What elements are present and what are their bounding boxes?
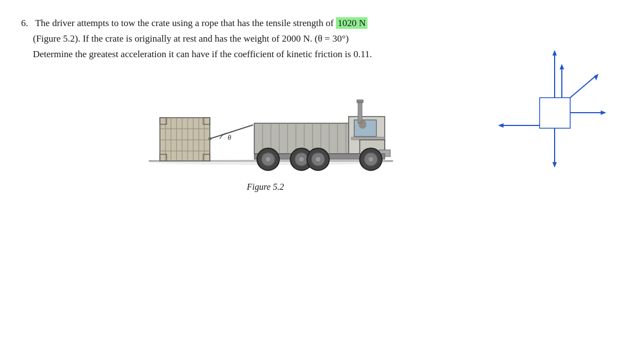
highlight-value: 1020 N [336, 17, 368, 29]
svg-rect-39 [357, 100, 363, 103]
svg-point-50 [316, 157, 320, 162]
problem-line3: Determine the greatest acceleration it c… [33, 49, 372, 59]
svg-point-47 [299, 157, 304, 162]
truck-scene-svg: θ [132, 68, 399, 179]
svg-line-19 [210, 125, 253, 139]
svg-marker-59 [560, 64, 564, 69]
svg-point-54 [359, 120, 366, 129]
svg-text:θ: θ [228, 133, 232, 142]
svg-marker-61 [601, 110, 606, 115]
svg-marker-63 [498, 123, 504, 128]
figure-container: θ [132, 68, 399, 192]
svg-line-66 [570, 75, 596, 98]
svg-rect-2 [160, 118, 210, 161]
content-area: 6. The driver attempts to tow the crate … [0, 0, 644, 203]
fbd-svg [495, 48, 606, 170]
problem-line2: (Figure 5.2). If the crate is originally… [33, 33, 349, 44]
svg-rect-38 [358, 101, 362, 123]
fbd-container [495, 48, 606, 170]
svg-point-53 [266, 157, 270, 162]
svg-marker-67 [594, 74, 598, 80]
problem-line1-before: The driver attempts to tow the crate usi… [35, 18, 334, 28]
problem-number: 6. [21, 18, 28, 28]
svg-marker-57 [552, 50, 557, 56]
svg-point-44 [369, 157, 373, 162]
figure-area: θ [21, 68, 623, 192]
svg-rect-55 [540, 98, 570, 128]
figure-caption: Figure 5.2 [247, 182, 284, 192]
svg-marker-65 [552, 162, 557, 168]
